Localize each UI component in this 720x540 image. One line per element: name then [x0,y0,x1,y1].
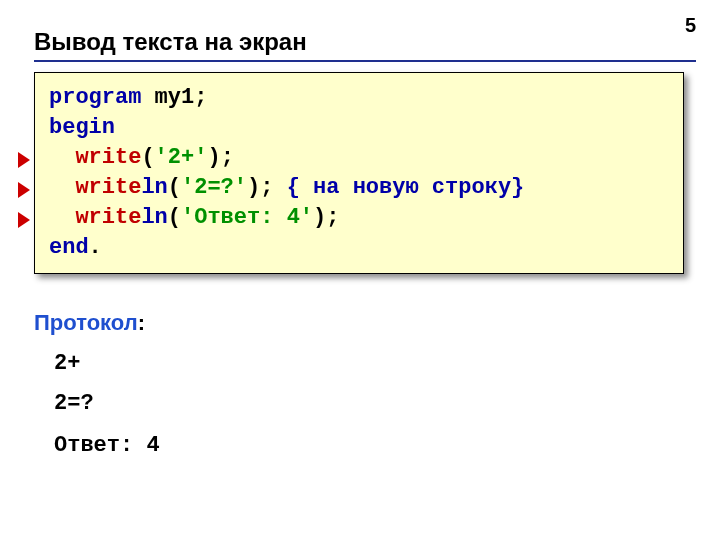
string-2: '2=?' [181,175,247,200]
rparen: ) [247,175,260,200]
semicolon: ; [326,205,339,230]
code-line-2: begin [49,113,669,143]
lparen: ( [141,145,154,170]
pointer-icon [18,182,30,198]
end-dot: . [89,235,102,260]
code-line-6: end. [49,233,669,263]
output-line-2: 2=? [54,384,94,424]
lparen: ( [168,205,181,230]
code-line-4: writeln('2=?'); { на новую строку} [49,173,669,203]
protocol-word: Протокол [34,310,138,335]
protocol-label: Протокол: [34,310,145,336]
fn-write-3: write [75,205,141,230]
fn-write-2: write [75,175,141,200]
string-3: 'Ответ: 4' [181,205,313,230]
pointer-icon [18,212,30,228]
rparen: ) [207,145,220,170]
suffix-ln-2: ln [141,205,167,230]
protocol-colon: : [138,310,145,335]
program-name: my1 [141,85,194,110]
code-block: program my1; begin write('2+'); writeln(… [34,72,684,274]
output-line-3: Ответ: 4 [54,426,160,466]
semicolon: ; [221,145,234,170]
kw-program: program [49,85,141,110]
page-number: 5 [685,14,696,37]
output-line-1: 2+ [54,344,80,384]
semicolon: ; [260,175,273,200]
kw-end: end [49,235,89,260]
suffix-ln-1: ln [141,175,167,200]
string-1: '2+' [155,145,208,170]
fn-write-1: write [75,145,141,170]
rparen: ) [313,205,326,230]
comment: { на новую строку} [287,175,525,200]
semicolon: ; [194,85,207,110]
kw-begin: begin [49,115,115,140]
title-underline [34,60,696,62]
slide-title: Вывод текста на экран [34,28,307,56]
code-line-1: program my1; [49,83,669,113]
code-line-3: write('2+'); [49,143,669,173]
pointer-icon [18,152,30,168]
lparen: ( [168,175,181,200]
code-line-5: writeln('Ответ: 4'); [49,203,669,233]
slide: 5 Вывод текста на экран program my1; beg… [0,0,720,540]
